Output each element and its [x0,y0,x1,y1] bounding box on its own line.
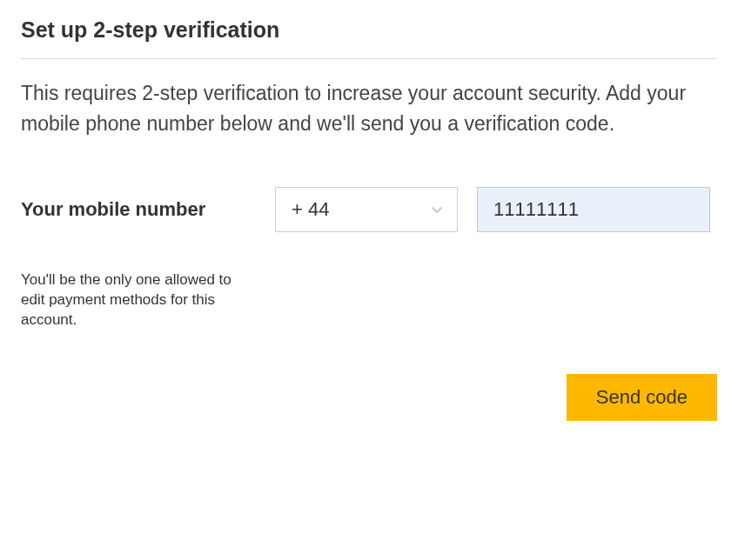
helper-text: You'll be the only one allowed to edit p… [21,270,256,330]
send-code-button[interactable]: Send code [567,374,717,421]
mobile-field-row: Your mobile number + 44 [21,187,717,232]
page-title: Set up 2-step verification [21,17,717,58]
mobile-number-label: Your mobile number [21,198,256,221]
country-code-select[interactable]: + 44 [275,187,458,232]
phone-number-input[interactable] [477,187,710,232]
button-row: Send code [21,374,717,421]
chevron-down-icon [431,203,443,216]
country-code-value: + 44 [292,198,329,221]
description-text: This requires 2-step verification to inc… [21,78,717,138]
title-divider [21,58,717,59]
